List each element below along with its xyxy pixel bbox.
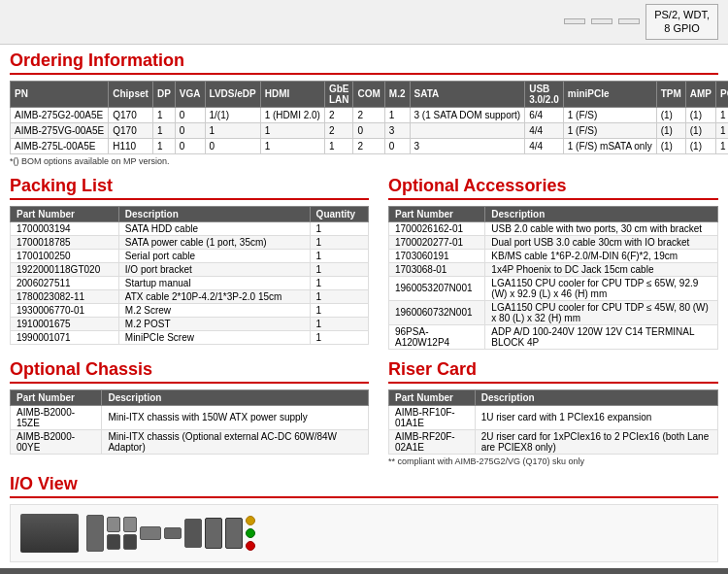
ordering-cell: 0 [353,122,384,138]
acc-row: 1700026162-01USB 2.0 cable with two port… [389,221,718,235]
ordering-cell: Q170 [109,107,153,122]
packing-cell: 1 [310,262,368,276]
ordering-cell: 6/4 [525,107,564,122]
packing-cell: 1 [310,330,368,344]
packing-cell: 1 [310,276,368,289]
acc-col-pn: Part Number [389,206,485,221]
riser-row: AIMB-RF20F-02A1E2U riser card for 1xPCIe… [389,429,718,454]
ordering-table: PN Chipset DP VGA LVDS/eDP HDMI GbELAN C… [10,81,728,154]
col-hdmi: HDMI [260,81,324,107]
middle-two-col: Packing List Part Number Description Qua… [10,176,718,350]
packing-row: 1922000118GT020I/O port bracket1 [11,262,369,276]
acc-cell: LGA1150 CPU cooler for CPU TDP ≤ 65W, 92… [485,276,718,300]
ordering-cell: (1) [685,138,715,153]
ordering-cell: 1 (F/S) [563,122,656,138]
io-port-display-3 [184,519,202,548]
chassis-section: Optional Chassis Part Number Description… [10,359,369,466]
ordering-cell: 1 [260,138,324,153]
ordering-cell: (1) [656,107,685,122]
io-port-lan-1 [205,518,222,549]
chassis-table: Part Number Description AIMB-B2000-15ZEM… [10,389,369,455]
ordering-header-row: PN Chipset DP VGA LVDS/eDP HDMI GbELAN C… [11,81,729,107]
io-port-usb-2 [107,534,120,550]
ordering-cell: 3 [384,122,410,138]
packing-cell: SATA power cable (1 port, 35cm) [118,235,310,249]
ordering-cell: AIMB-275VG-00A5E [11,122,109,138]
packing-row: 1930006770-01M.2 Screw1 [11,303,369,317]
acc-cell: KB/MS cable 1*6P-2.0/M-DIN 6(F)*2, 19cm [485,249,718,262]
top-box-3 [618,18,640,24]
col-minipcie: miniPCIe [563,81,656,107]
riser-header-row: Part Number Description [389,389,718,405]
riser-col-pn: Part Number [389,389,476,405]
riser-cell: 2U riser card for 1xPCIex16 to 2 PCIex16… [475,429,717,454]
packing-cell: MiniPCIe Screw [118,330,310,344]
packing-cell: SATA HDD cable [118,221,310,235]
ordering-cell: 1 [715,107,728,122]
riser-footnote: ** compliant with AIMB-275G2/VG (Q170) s… [388,456,718,466]
packing-row: 1700003194SATA HDD cable1 [11,221,369,235]
col-pn: PN [11,81,109,107]
packing-cell: 1922000118GT020 [11,262,119,276]
riser-table: Part Number Description AIMB-RF10F-01A1E… [388,389,718,455]
ordering-cell: 2 [324,122,353,138]
ordering-cell: 1 [384,107,410,122]
packing-cell: 1990001071 [11,330,119,344]
acc-cell: ADP A/D 100-240V 120W 12V C14 TERMINAL B… [485,324,718,349]
io-audio-3 [246,541,255,551]
chassis-row: AIMB-B2000-00YEMini-ITX chassis (Optiona… [11,429,369,454]
packing-header-row: Part Number Description Quantity [11,206,369,221]
packing-cell: 1 [310,317,368,330]
chassis-cell: AIMB-B2000-00YE [11,429,102,454]
acc-cell: 96PSA-A120W12P4 [389,324,485,349]
packing-list-section: Packing List Part Number Description Qua… [10,176,369,350]
acc-header-row: Part Number Description [389,206,718,221]
packing-cell: Startup manual [118,276,310,289]
acc-table: Part Number Description 1700026162-01USB… [388,206,718,350]
packing-cell: Serial port cable [118,249,310,262]
ordering-cell: 1 [715,138,728,153]
chassis-cell: Mini-ITX chassis with 150W ATX power sup… [102,405,369,429]
acc-row: 1703068-011x4P Phoenix to DC Jack 15cm c… [389,262,718,276]
acc-row: 1960053207N001LGA1150 CPU cooler for CPU… [389,276,718,300]
ordering-row: AIMB-275L-00A5EH110100112034/41 (F/S) mS… [11,138,729,153]
ordering-section: Ordering Information PN Chipset DP VGA L… [10,51,718,166]
online-download-bar: Online Download www.advantech.com/produc… [0,568,728,574]
ordering-cell: 3 [410,138,525,153]
acc-cell: 1700026162-01 [389,221,485,235]
col-gbe: GbELAN [324,81,353,107]
riser-row: AIMB-RF10F-01A1E1U riser card with 1 PCI… [389,405,718,429]
io-port-usb-1 [107,517,120,532]
io-section: I/O View [10,474,718,562]
packing-row: 1700100250Serial port cable1 [11,249,369,262]
chassis-col-desc: Description [102,389,369,405]
ordering-row: AIMB-275G2-00A5EQ170101/(1)1 (HDMI 2.0)2… [11,107,729,122]
acc-cell: Dual port USB 3.0 cable 30cm with IO bra… [485,235,718,249]
col-tpm: TPM [656,81,685,107]
packing-cell: 1 [310,235,368,249]
acc-col-desc: Description [485,206,718,221]
ordering-cell: H110 [109,138,153,153]
ordering-cell: (1) [656,138,685,153]
col-chipset: Chipset [109,81,153,107]
ordering-cell: 0 [175,138,205,153]
ordering-cell: 2 [324,107,353,122]
riser-card-section: Riser Card Part Number Description AIMB-… [388,359,718,466]
io-port-display-2 [164,527,182,539]
main-content: Ordering Information PN Chipset DP VGA L… [0,45,728,562]
packing-row: 1780023082-11ATX cable 2*10P-4.2/1*3P-2.… [11,289,369,303]
packing-col-qty: Quantity [310,206,368,221]
ordering-cell: AIMB-275L-00A5E [11,138,109,153]
ordering-cell: Q170 [109,122,153,138]
chassis-cell: Mini-ITX chassis (Optional external AC-D… [102,429,369,454]
io-bracket-strip [20,514,79,553]
packing-cell: 1910001675 [11,317,119,330]
ordering-footnote: *() BOM options available on MP version. [10,156,718,166]
bottom-two-col: Optional Chassis Part Number Description… [10,359,718,466]
col-vga: VGA [175,81,205,107]
ordering-cell: AIMB-275G2-00A5E [11,107,109,122]
ordering-row: AIMB-275VG-00A5EQ17010112034/41 (F/S)(1)… [11,122,729,138]
acc-row: 1960060732N001LGA1150 CPU cooler for CPU… [389,300,718,324]
col-sata: SATA [410,81,525,107]
chassis-header-row: Part Number Description [11,389,369,405]
